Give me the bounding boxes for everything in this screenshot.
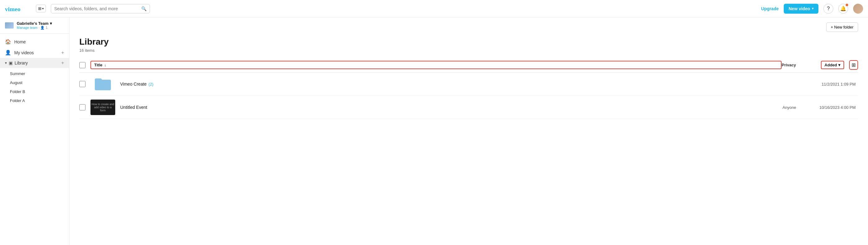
vimeo-logo[interactable]: vimeo (5, 5, 30, 12)
person-icon: 👤 (5, 50, 11, 55)
upgrade-button[interactable]: Upgrade (761, 6, 779, 11)
sidebar-item-august[interactable]: August (0, 78, 69, 87)
home-icon: 🏠 (5, 39, 11, 45)
bell-icon: 🔔 (840, 6, 846, 11)
team-info: Gabrielle's Team ▾ Manage team · 👤 1 (17, 21, 64, 30)
row-title-vimeo-create[interactable]: Vimeo Create (2) (120, 82, 771, 86)
new-folder-button[interactable]: + New folder (826, 22, 858, 32)
added-caret-icon: ▾ (838, 63, 840, 67)
main-area: Gabrielle's Team ▾ Manage team · 👤 1 🏠 H… (0, 17, 868, 245)
sidebar-nav: 🏠 Home 👤 My videos + ▾ ▣ Library + Summe… (0, 34, 69, 109)
sort-down-icon: ↓ (104, 63, 106, 67)
sidebar-team: Gabrielle's Team ▾ Manage team · 👤 1 (0, 17, 69, 34)
manage-team-link[interactable]: Manage team (17, 26, 37, 29)
svg-text:vimeo: vimeo (5, 6, 21, 12)
notification-button[interactable]: 🔔 (838, 4, 848, 13)
new-video-caret: ▾ (812, 7, 813, 10)
sidebar-library-folders: Summer August Folder B Folder A (0, 68, 69, 106)
table-row: How to create andadd video to a form Unt… (79, 96, 858, 119)
sidebar-item-folder-a[interactable]: Folder A (0, 96, 69, 105)
col-privacy-label: Privacy (782, 63, 820, 67)
main-content: + New folder Library 16 items Title ↓ Pr… (69, 17, 868, 245)
sidebar-library-label: Library (14, 60, 28, 65)
view-toggle-button[interactable]: ⊞ (849, 60, 858, 70)
team-dropdown-icon[interactable]: ▾ (50, 21, 52, 26)
team-thumbnail (5, 22, 13, 29)
team-manage: Manage team · 👤 1 (17, 26, 64, 30)
team-members-icon: 👤 (40, 26, 44, 29)
row-date-vimeo-create: 11/2/2021 1:09 PM (808, 82, 858, 86)
sidebar: Gabrielle's Team ▾ Manage team · 👤 1 🏠 H… (0, 17, 69, 245)
team-name: Gabrielle's Team ▾ (17, 21, 64, 26)
sort-added-button[interactable]: Added ▾ (821, 61, 844, 69)
row-date-untitled-event: 10/16/2023 4:00 PM (808, 105, 858, 110)
grid-view-icon: ⊞ (851, 62, 856, 67)
sidebar-item-my-videos[interactable]: 👤 My videos + (0, 47, 69, 58)
notification-badge (845, 3, 848, 6)
app-wrapper: vimeo ⊞ ▾ 🔍 Upgrade New video ▾ ? 🔔 (0, 0, 868, 245)
folder-count: (2) (148, 82, 153, 86)
video-thumbnail-untitled-event: How to create andadd video to a form (90, 100, 115, 115)
help-button[interactable]: ? (824, 4, 833, 13)
sidebar-item-home[interactable]: 🏠 Home (0, 36, 69, 47)
row-title-untitled-event[interactable]: Untitled Event (120, 105, 771, 110)
library-add-button[interactable]: + (61, 60, 64, 66)
sidebar-home-label: Home (14, 39, 26, 44)
sidebar-item-library[interactable]: ▾ ▣ Library + (0, 58, 69, 68)
my-videos-add-button[interactable]: + (61, 50, 64, 55)
item-count: 16 items (79, 48, 858, 53)
row-checkbox-vimeo-create[interactable] (79, 81, 86, 87)
table-controls: Title ↓ Privacy Added ▾ ⊞ (79, 58, 858, 73)
folder-thumbnail-vimeo-create (90, 76, 115, 92)
row-checkbox-untitled-event[interactable] (79, 104, 86, 110)
search-icon: 🔍 (141, 6, 147, 11)
content-header: + New folder (79, 17, 858, 34)
page-title: Library (79, 37, 858, 47)
library-expand-icon: ▾ (5, 61, 7, 65)
sidebar-my-videos-label: My videos (14, 50, 34, 55)
select-all-checkbox[interactable] (79, 62, 86, 68)
help-icon: ? (827, 6, 830, 11)
avatar[interactable] (853, 4, 863, 13)
search-input[interactable] (54, 6, 139, 11)
sidebar-item-summer[interactable]: Summer (0, 69, 69, 78)
new-video-button[interactable]: New video ▾ (784, 4, 818, 13)
sidebar-item-folder-b[interactable]: Folder B (0, 87, 69, 96)
sort-title-button[interactable]: Title ↓ (90, 61, 782, 69)
topbar-right: Upgrade New video ▾ ? 🔔 (761, 4, 863, 13)
topbar: vimeo ⊞ ▾ 🔍 Upgrade New video ▾ ? 🔔 (0, 0, 868, 17)
search-bar: 🔍 (51, 4, 150, 13)
search-type-button[interactable]: ⊞ ▾ (36, 5, 46, 12)
row-privacy-untitled-event: Anyone (771, 105, 808, 110)
library-icon: ▣ (9, 60, 13, 65)
table-row: Vimeo Create (2) 11/2/2021 1:09 PM (79, 73, 858, 96)
